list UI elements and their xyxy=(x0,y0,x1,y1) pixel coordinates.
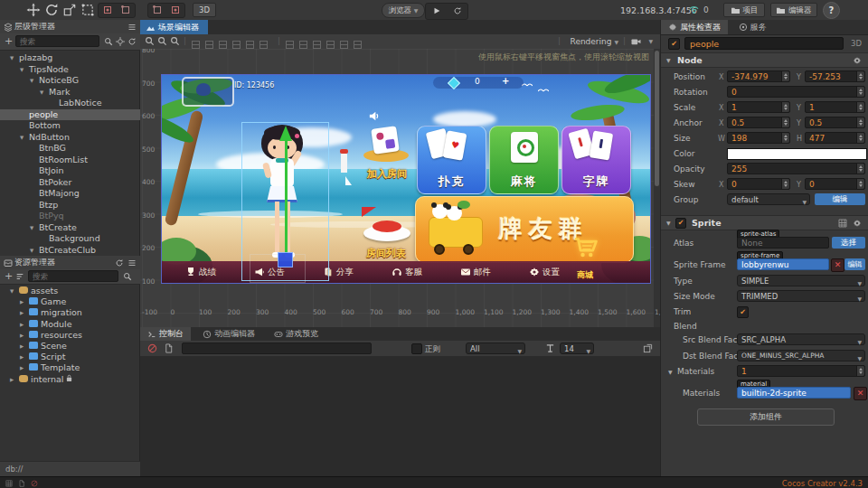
hierarchy-search-input[interactable] xyxy=(15,35,99,47)
camera-dropdown-caret[interactable]: ▼ xyxy=(648,38,653,44)
docs-icon[interactable] xyxy=(838,219,847,228)
dst-blend-dropdown[interactable]: ONE_MINUS_SRC_ALPHA▼ xyxy=(737,350,865,361)
open-editor-button[interactable]: 编辑器 xyxy=(770,3,817,17)
game-card-麻将[interactable]: 麻将 xyxy=(489,126,559,194)
refresh-preview-icon[interactable] xyxy=(453,6,462,15)
hierarchy-item-BtMajong[interactable]: BtMajong xyxy=(0,188,140,200)
game-menu-设置[interactable]: 设置 xyxy=(529,265,560,279)
hierarchy-item-NoticeBG[interactable]: ▼NoticeBG xyxy=(0,75,140,87)
tab-scene-editor[interactable]: 场景编辑器 xyxy=(140,20,208,34)
scene-canvas[interactable]: 使用鼠标右键平移视窗焦点，使用滚轮缩放视图 xyxy=(140,49,660,347)
asset-item-Module[interactable]: ▶Module xyxy=(0,319,140,330)
expand-arrow-icon[interactable]: ▶ xyxy=(20,352,29,362)
hierarchy-item-plazabg[interactable]: ▼plazabg xyxy=(0,52,140,64)
expand-arrow-icon[interactable]: ▼ xyxy=(40,87,49,99)
clear-frame-button[interactable]: ✕ xyxy=(831,258,844,272)
expand-arrow-icon[interactable]: ▼ xyxy=(10,286,19,296)
color-swatch[interactable] xyxy=(727,148,867,160)
add-diamond-button[interactable]: + xyxy=(502,76,509,86)
assets-search-input[interactable] xyxy=(28,270,118,282)
gear-icon[interactable] xyxy=(853,219,862,228)
zoom-in-icon[interactable] xyxy=(157,36,167,46)
hierarchy-item-BtRoomList[interactable]: BtRoomList xyxy=(0,155,140,166)
camera-icon[interactable] xyxy=(630,37,642,46)
tab-动画编辑器[interactable]: 动画编辑器 xyxy=(195,327,262,341)
size-mode-dropdown[interactable]: TRIMMED▼ xyxy=(737,290,865,302)
position-y-input[interactable]: -57.253 xyxy=(805,70,865,82)
clear-material-button[interactable]: ✕ xyxy=(854,387,867,400)
expand-arrow-icon[interactable]: ▼ xyxy=(20,132,29,144)
shop-button[interactable]: 商城 xyxy=(563,232,607,281)
asset-item-Game[interactable]: ▶Game xyxy=(0,296,140,307)
pivot-icon[interactable] xyxy=(103,5,112,14)
tab-游戏预览[interactable]: 游戏预览 xyxy=(267,327,326,341)
search-icon[interactable] xyxy=(104,37,113,46)
game-menu-战绩[interactable]: 战绩 xyxy=(185,265,216,279)
move-tool-icon[interactable] xyxy=(25,3,42,17)
expand-arrow-icon[interactable]: ▶ xyxy=(10,374,19,385)
sort-icon[interactable] xyxy=(15,272,24,281)
join-room-button[interactable]: 加入房间 xyxy=(354,126,420,185)
scale-y-input[interactable]: 1 xyxy=(805,101,865,113)
asset-item-Script[interactable]: ▶Script xyxy=(0,352,140,362)
skew-x-input[interactable]: 0 xyxy=(727,178,790,190)
expand-arrow-icon[interactable]: ▼ xyxy=(668,369,673,375)
help-button[interactable]: ? xyxy=(823,2,840,19)
gear-icon[interactable] xyxy=(853,56,862,65)
asset-item-migration[interactable]: ▶migration xyxy=(0,307,140,318)
group-dropdown[interactable]: default▼ xyxy=(727,193,810,205)
rotation-input[interactable]: 0 xyxy=(727,86,865,98)
hierarchy-item-Mark[interactable]: ▼Mark xyxy=(0,87,140,99)
opacity-input[interactable]: 255 xyxy=(727,163,865,174)
atlas-select-button[interactable]: 选择 xyxy=(832,237,865,249)
anchor-x-input[interactable]: 0.5 xyxy=(727,117,790,128)
zoom-out-icon[interactable] xyxy=(170,36,180,46)
expand-arrow-icon[interactable]: ▶ xyxy=(20,296,29,307)
tab-属性检查器[interactable]: 属性检查器 xyxy=(661,20,728,34)
gizmo-xy-handle[interactable] xyxy=(278,252,293,267)
skew-y-input[interactable]: 0 xyxy=(805,178,865,190)
type-dropdown[interactable]: SIMPLE▼ xyxy=(737,275,865,286)
expand-arrow-icon[interactable]: ▶ xyxy=(20,307,29,318)
play-button-icon[interactable] xyxy=(432,6,441,15)
coord-toggle-group[interactable] xyxy=(147,3,185,18)
3d-mode-button[interactable]: 3D xyxy=(193,3,216,17)
trim-checkbox[interactable] xyxy=(737,306,749,318)
hierarchy-item-BtPoker[interactable]: BtPoker xyxy=(0,177,140,189)
preview-target-dropdown[interactable]: 浏览器 ▼ xyxy=(382,3,425,18)
speaker-icon[interactable] xyxy=(368,110,380,122)
atlas-input[interactable]: None xyxy=(737,237,829,249)
hierarchy-item-NdButton[interactable]: ▼NdButton xyxy=(0,132,140,144)
hierarchy-item-Btzp[interactable]: Btzp xyxy=(0,200,140,211)
size-h-input[interactable]: 477 xyxy=(805,132,865,144)
expand-arrow-icon[interactable]: ▶ xyxy=(20,362,29,373)
status-log-icon[interactable] xyxy=(18,480,25,487)
search-icon[interactable] xyxy=(123,272,132,281)
hierarchy-item-Background[interactable]: Background xyxy=(0,233,140,245)
pivot-toggle-group[interactable] xyxy=(98,3,136,18)
world-coord-icon[interactable] xyxy=(171,5,180,14)
sprite-enabled-checkbox[interactable] xyxy=(675,218,686,229)
group-edit-button[interactable]: 编辑 xyxy=(815,193,865,205)
scale-x-input[interactable]: 1 xyxy=(727,101,790,113)
expand-arrow-icon[interactable]: ▼ xyxy=(30,75,39,87)
expand-arrow-icon[interactable]: ▼ xyxy=(10,52,19,64)
gizmo-y-axis-arrowhead[interactable] xyxy=(279,126,292,141)
asset-item-resources[interactable]: ▶resources xyxy=(0,330,140,341)
open-project-button[interactable]: 项目 xyxy=(723,3,765,17)
hierarchy-item-BtJoin[interactable]: BtJoin xyxy=(0,165,140,177)
position-x-input[interactable]: -374.979 xyxy=(727,70,790,82)
room-list-button[interactable]: 房间列表 xyxy=(353,207,420,265)
status-grid-icon[interactable] xyxy=(5,480,13,487)
node-section-header[interactable]: ▼Node xyxy=(661,52,868,68)
tab-服务[interactable]: 服务 xyxy=(731,20,774,34)
locate-icon[interactable] xyxy=(116,37,125,46)
popout-icon[interactable] xyxy=(643,343,653,353)
add-component-button[interactable]: 添加组件 xyxy=(697,408,835,426)
expand-arrow-icon[interactable]: ▶ xyxy=(20,341,29,352)
game-menu-客服[interactable]: 客服 xyxy=(392,265,422,279)
add-node-button[interactable]: + xyxy=(5,35,13,47)
console-filter-input[interactable] xyxy=(182,343,372,354)
regex-checkbox[interactable] xyxy=(411,343,422,354)
expand-arrow-icon[interactable]: ▶ xyxy=(20,319,29,330)
